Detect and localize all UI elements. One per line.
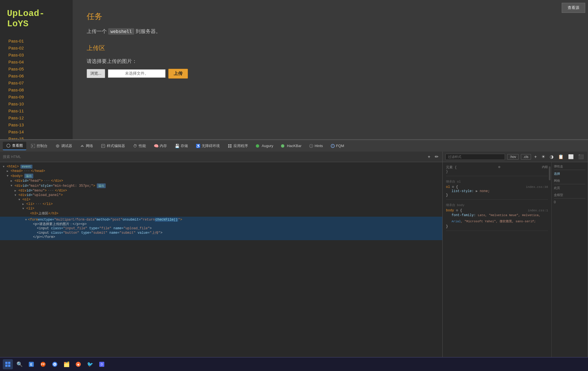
expand-arrow-divmenu[interactable]: ▶ — [15, 189, 18, 192]
expand-arrow-divhead[interactable]: ▶ — [11, 179, 15, 183]
expand-arrow-li2[interactable]: ▼ — [22, 207, 26, 210]
sidebar-item-pass05[interactable]: Pass-05 — [3, 65, 70, 72]
tab-accessibility[interactable]: ♿ 无障碍环境 — [192, 142, 223, 150]
taskbar-icon7[interactable]: D — [97, 359, 107, 369]
svg-rect-17 — [8, 365, 10, 367]
edit-html-btn[interactable]: ✏ — [434, 153, 440, 160]
tab-app[interactable]: 应用程序 — [224, 142, 251, 150]
browse-button[interactable]: 浏览... — [87, 69, 105, 78]
css-expand-btn[interactable]: ⬛ — [577, 153, 585, 160]
css-dark-btn[interactable]: ◑ — [549, 153, 555, 160]
sidebar: UpLoad-LoYS Pass-01 Pass-02 Pass-03 Pass… — [0, 0, 73, 140]
sidebar-item-pass06[interactable]: Pass-06 — [3, 72, 70, 79]
tab-accessibility-label: 无障碍环境 — [202, 143, 220, 148]
html-line-li1[interactable]: ▶ <li> ··· </li> — [0, 202, 442, 206]
sidebar-item-pass08[interactable]: Pass-08 — [3, 86, 70, 93]
expand-arrow-head[interactable]: ▶ — [7, 169, 11, 173]
html-line-h3[interactable]: ▶ <h3>上传区</h3> — [0, 211, 442, 216]
svg-rect-16 — [5, 365, 8, 367]
form-block[interactable]: ▼ <form enctype="multipart/form-data" me… — [0, 217, 442, 240]
box-model-value: 0 — [554, 200, 585, 204]
code-snippet: webshell — [108, 28, 134, 35]
ol-expand-icon[interactable]: ▶ — [476, 189, 478, 193]
tab-inspector[interactable]: 查看图 — [3, 142, 26, 150]
sidebar-item-pass01[interactable]: Pass-01 — [3, 37, 70, 44]
tab-hints[interactable]: ? Hints — [306, 142, 326, 149]
site-title: UpLoad-LoYS — [3, 6, 70, 37]
html-line-head[interactable]: ▶ <head> ··· </head> — [0, 169, 442, 173]
css-filter-input[interactable] — [445, 154, 505, 160]
sidebar-item-pass11[interactable]: Pass-11 — [3, 107, 70, 114]
taskbar-icon6[interactable]: 🐦 — [85, 359, 95, 369]
taskbar-icon4[interactable]: 🗂️ — [62, 359, 72, 369]
sidebar-item-pass10[interactable]: Pass-10 — [3, 100, 70, 107]
check-source-button[interactable]: 查看源 — [562, 3, 585, 13]
tab-storage-label: 存储 — [181, 143, 188, 148]
taskbar-icon2[interactable]: FF — [38, 359, 48, 369]
svg-rect-9 — [230, 144, 232, 146]
expand-arrow-divmain[interactable]: ▼ — [11, 184, 15, 187]
expand-arrow-ol[interactable]: ▼ — [18, 198, 22, 201]
expand-arrow-uploadpanel[interactable]: ▼ — [15, 194, 18, 197]
svg-point-0 — [7, 144, 10, 147]
overflow-badge-body: 溢出 — [24, 174, 33, 178]
storage-icon: 💾 — [175, 144, 179, 148]
grid-panel-title: 网格 — [554, 179, 585, 184]
html-line-upload-panel[interactable]: ▼ <div id="upload_panel" > — [0, 193, 442, 197]
tab-debugger[interactable]: 调试器 — [52, 142, 75, 150]
sidebar-item-pass02[interactable]: Pass-02 — [3, 44, 70, 51]
css-light-btn[interactable]: ☀ — [540, 153, 546, 160]
sidebar-item-pass04[interactable]: Pass-04 — [3, 58, 70, 65]
ol-gear-icon[interactable]: ⚙ — [452, 185, 454, 189]
html-line-ol[interactable]: ▼ <ol> — [0, 197, 442, 202]
taskbar-icon3[interactable] — [50, 359, 60, 369]
css-hov-btn[interactable]: :hov — [507, 154, 519, 160]
sidebar-item-pass13[interactable]: Pass-13 — [3, 121, 70, 128]
svg-rect-5 — [101, 144, 105, 148]
taskbar-windows-btn[interactable] — [3, 359, 13, 369]
svg-text:E: E — [30, 363, 32, 367]
upload-section-title: 上传区 — [87, 44, 574, 52]
upload-submit-button[interactable]: 上传 — [168, 69, 188, 79]
css-cls-btn[interactable]: .cls — [521, 154, 531, 160]
tab-style-editor[interactable]: 样式编辑器 — [98, 142, 128, 150]
tab-performance[interactable]: ⏱ 性能 — [129, 142, 149, 150]
html-line-body[interactable]: ▼ <body> 溢出 — [0, 173, 442, 179]
expand-arrow-html[interactable]: ▼ — [3, 165, 7, 168]
css-add-btn[interactable]: + — [533, 153, 538, 160]
html-line-div-main[interactable]: ▼ <div id="main" style="min-height: 357p… — [0, 183, 442, 188]
tab-storage[interactable]: 💾 存储 — [171, 142, 191, 150]
tab-augury[interactable]: Augury — [252, 142, 277, 149]
taskbar-icon5[interactable]: ◆ — [73, 359, 83, 369]
html-line-html[interactable]: ▼ <html> event — [0, 164, 442, 169]
taskbar-search-btn[interactable]: 🔍 — [15, 359, 25, 369]
sidebar-item-pass07[interactable]: Pass-07 — [3, 79, 70, 86]
sidebar-item-pass12[interactable]: Pass-12 — [3, 114, 70, 121]
html-line-div-menu[interactable]: ▶ <div id="menu" > ··· </div> — [0, 188, 442, 193]
cursor-icon — [6, 143, 11, 148]
expand-arrow-li1[interactable]: ▶ — [22, 202, 26, 206]
css-copy-btn[interactable]: 📋 — [557, 153, 565, 160]
tab-network[interactable]: 网络 — [77, 142, 96, 150]
html-search-input[interactable] — [3, 155, 424, 159]
gear-icon[interactable]: ⚙ — [498, 165, 500, 170]
css-scrollbar-thumb[interactable] — [549, 166, 551, 180]
tab-console[interactable]: 控制台 — [27, 142, 51, 150]
html-line-div-head[interactable]: ▶ <div id="head" > ··· </div> — [0, 179, 442, 183]
tab-memory[interactable]: 🧠 内存 — [150, 142, 170, 150]
tab-fqm[interactable]: f FQM — [327, 142, 348, 149]
ol-brace-open: { — [456, 185, 458, 189]
taskbar-icon1[interactable]: E — [26, 359, 36, 369]
add-html-btn[interactable]: + — [427, 153, 431, 160]
sidebar-item-pass09[interactable]: Pass-09 — [3, 93, 70, 100]
sidebar-item-pass14[interactable]: Pass-14 — [3, 128, 70, 135]
hints-icon: ? — [309, 144, 313, 148]
css-layout-btn[interactable]: ⬜ — [567, 153, 575, 160]
sidebar-item-pass03[interactable]: Pass-03 — [3, 51, 70, 58]
flex-select-option[interactable]: 选择 — [554, 172, 585, 176]
body-gear-icon[interactable]: ⚙ — [456, 209, 458, 212]
html-line-li2[interactable]: ▼ <li> — [0, 206, 442, 211]
svg-text:D: D — [101, 363, 103, 366]
tab-hackbar[interactable]: HacKBar — [278, 142, 305, 149]
expand-arrow-body[interactable]: ▼ — [7, 174, 11, 178]
